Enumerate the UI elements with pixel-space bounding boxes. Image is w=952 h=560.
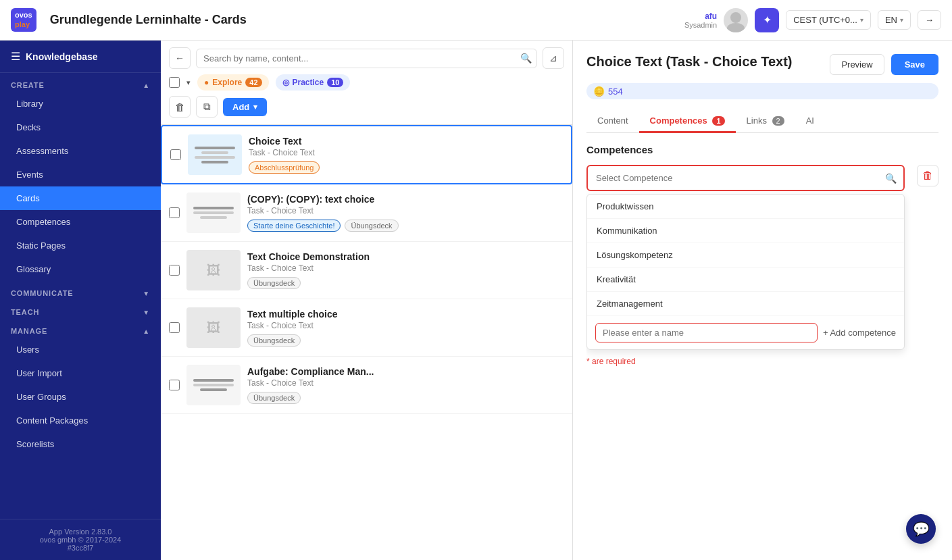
svg-point-0 xyxy=(730,12,741,23)
search-icon: 🔍 xyxy=(520,53,532,63)
sidebar-item-scorelists[interactable]: Scorelists xyxy=(0,432,161,456)
tab-ai[interactable]: AI xyxy=(795,110,825,133)
card-checkbox[interactable] xyxy=(169,207,180,218)
sidebar-item-static-pages[interactable]: Static Pages xyxy=(0,234,161,257)
tag: Übungsdeck xyxy=(247,334,301,347)
card-tags: Abschlussprüfung xyxy=(249,161,563,174)
cards-panel: ← 🔍 ⊿ ▾ ● Explore 42 ◎ xyxy=(161,41,573,560)
card-subtitle: Task - Choice Text xyxy=(247,321,564,330)
search-input-wrap: 🔍 xyxy=(196,49,537,68)
card-title: (COPY): (COPY): text choice xyxy=(247,194,564,205)
tab-competences[interactable]: Competences 1 xyxy=(639,110,736,133)
sidebar-section-manage[interactable]: MANAGE ▲ xyxy=(0,319,161,338)
card-subtitle: Task - Choice Text xyxy=(247,206,564,215)
tab-explore[interactable]: ● Explore 42 xyxy=(197,74,269,91)
topbar-right: afu Sysadmin ✦ CEST (UTC+0... ▾ EN ▾ → xyxy=(684,8,941,32)
tab-content[interactable]: Content xyxy=(586,110,639,133)
detail-actions: Preview Save xyxy=(830,54,938,75)
detail-panel: Choice Text (Task - Choice Text) Preview… xyxy=(573,41,952,560)
competence-select-input[interactable] xyxy=(588,166,878,190)
dropdown-item-produktwissen[interactable]: Produktwissen xyxy=(587,195,904,219)
sidebar-item-events[interactable]: Events xyxy=(0,163,161,186)
sidebar-item-users[interactable]: Users xyxy=(0,338,161,361)
sparkle-icon-btn[interactable]: ✦ xyxy=(755,8,779,32)
search-icon: 🔍 xyxy=(878,168,903,189)
chevron-down-icon: ▼ xyxy=(143,290,150,297)
logout-btn[interactable]: → xyxy=(918,10,941,30)
chevron-down-icon: ▾ xyxy=(900,16,903,24)
competences-section: Competences 🔍 Produktwissen Kommunikatio… xyxy=(586,144,938,546)
user-info: afu Sysadmin xyxy=(684,11,717,29)
card-item[interactable]: 🖼 Text multiple choice Task - Choice Tex… xyxy=(161,299,572,357)
tag: Übungsdeck xyxy=(247,277,301,289)
dropdown-item-zeitmanagement[interactable]: Zeitmanagement xyxy=(587,292,904,316)
card-checkbox[interactable] xyxy=(169,322,180,333)
sidebar-item-glossary[interactable]: Glossary xyxy=(0,257,161,281)
card-checkbox[interactable] xyxy=(170,149,181,160)
card-item[interactable]: Aufgabe: Compliance Man... Task - Choice… xyxy=(161,357,572,414)
sidebar-item-assessments[interactable]: Assessments xyxy=(0,139,161,163)
add-competence-row: + Add competence xyxy=(587,316,904,349)
preview-button[interactable]: Preview xyxy=(830,54,884,75)
topbar: ovos play Grundlegende Lerninhalte - Car… xyxy=(0,0,952,41)
sidebar-section-create[interactable]: CREATE ▲ xyxy=(0,73,161,92)
explore-icon: ● xyxy=(204,78,209,87)
tab-links[interactable]: Links 2 xyxy=(736,110,795,133)
copy-button[interactable]: ⧉ xyxy=(196,96,218,118)
card-title: Text multiple choice xyxy=(247,309,564,320)
search-input[interactable] xyxy=(196,49,537,68)
search-row: ← 🔍 ⊿ xyxy=(169,47,564,69)
card-checkbox[interactable] xyxy=(169,265,180,276)
dropdown-item-kommunikation[interactable]: Kommunikation xyxy=(587,219,904,243)
sidebar-item-competences[interactable]: Competences xyxy=(0,210,161,234)
card-item[interactable]: (COPY): (COPY): text choice Task - Choic… xyxy=(161,184,572,242)
dropdown-item-kreativitaet[interactable]: Kreativität xyxy=(587,268,904,292)
tabs-row: ▾ ● Explore 42 ◎ Practice 10 xyxy=(169,74,564,91)
card-tags: Übungsdeck xyxy=(247,277,564,289)
tab-practice[interactable]: ◎ Practice 10 xyxy=(276,74,351,91)
sidebar-item-decks[interactable]: Decks xyxy=(0,116,161,139)
add-competence-input[interactable] xyxy=(595,323,818,342)
select-all-checkbox[interactable] xyxy=(169,77,180,88)
sidebar-section-teach[interactable]: TEACH ▼ xyxy=(0,300,161,319)
tag: Abschlussprüfung xyxy=(249,161,320,174)
required-note: * are required xyxy=(586,357,938,366)
delete-competence-button[interactable]: 🗑 xyxy=(917,165,938,186)
back-button[interactable]: ← xyxy=(169,47,191,69)
chevron-down-icon: ▾ xyxy=(860,16,863,24)
card-item[interactable]: 🖼 Text Choice Demonstration Task - Choic… xyxy=(161,242,572,299)
user-role: Sysadmin xyxy=(684,21,717,29)
sidebar-item-user-groups[interactable]: User Groups xyxy=(0,385,161,409)
save-button[interactable]: Save xyxy=(891,54,938,75)
timezone-dropdown[interactable]: CEST (UTC+0... ▾ xyxy=(786,10,871,30)
actions-row: 🗑 ⧉ Add ▾ xyxy=(169,96,564,118)
card-subtitle: Task - Choice Text xyxy=(249,148,563,157)
card-thumbnail xyxy=(188,134,242,175)
card-tags: Übungsdeck xyxy=(247,392,564,404)
card-info: Text Choice Demonstration Task - Choice … xyxy=(247,251,564,289)
competence-select-container: 🔍 Produktwissen Kommunikation Lösungskom… xyxy=(586,165,905,350)
sidebar-item-content-packages[interactable]: Content Packages xyxy=(0,409,161,432)
dropdown-item-loesungskompetenz[interactable]: Lösungskompetenz xyxy=(587,243,904,268)
competences-title: Competences xyxy=(586,144,938,155)
sidebar-logo[interactable]: ☰ Knowledgebase xyxy=(0,41,161,73)
sidebar-section-communicate[interactable]: COMMUNICATE ▼ xyxy=(0,281,161,300)
chat-bubble-button[interactable]: 💬 xyxy=(906,514,936,544)
card-item[interactable]: Choice Text Task - Choice Text Abschluss… xyxy=(161,125,572,184)
chevron-down-icon[interactable]: ▾ xyxy=(186,78,191,87)
card-checkbox[interactable] xyxy=(169,380,180,390)
card-thumbnail xyxy=(186,365,241,405)
add-competence-button[interactable]: + Add competence xyxy=(823,328,896,338)
card-info: Text multiple choice Task - Choice Text … xyxy=(247,309,564,347)
tag: Übungsdeck xyxy=(345,220,398,232)
delete-button[interactable]: 🗑 xyxy=(169,96,191,118)
detail-header: Choice Text (Task - Choice Text) Preview… xyxy=(586,54,938,75)
filter-button[interactable]: ⊿ xyxy=(543,47,564,69)
detail-tabs: Content Competences 1 Links 2 AI xyxy=(586,110,938,133)
sidebar-item-library[interactable]: Library xyxy=(0,92,161,116)
sidebar-item-user-import[interactable]: User Import xyxy=(0,361,161,385)
language-dropdown[interactable]: EN ▾ xyxy=(878,10,911,30)
add-button[interactable]: Add ▾ xyxy=(223,98,267,116)
sidebar-app-name: Knowledgebase xyxy=(26,51,98,62)
sidebar-item-cards[interactable]: Cards xyxy=(0,186,161,210)
